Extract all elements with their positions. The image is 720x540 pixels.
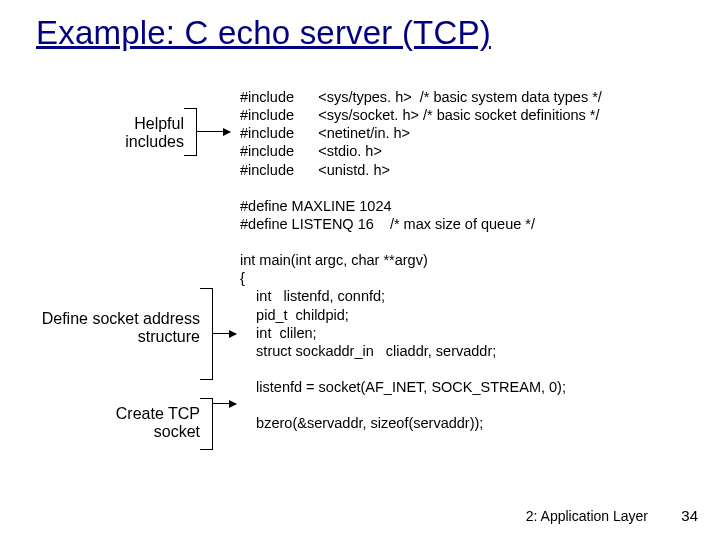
slide: Example: C echo server (TCP) Helpful inc… <box>0 0 720 540</box>
code-block: #include <sys/types. h> /* basic system … <box>240 88 602 432</box>
annotation-helpful-includes: Helpful includes <box>74 115 184 152</box>
footer-label: 2: Application Layer <box>526 508 648 524</box>
arrow-icon <box>212 403 236 404</box>
bracket-icon <box>184 108 197 156</box>
slide-title: Example: C echo server (TCP) <box>36 14 491 52</box>
annotation-define-socket: Define socket address structure <box>30 310 200 347</box>
page-number: 34 <box>681 507 698 524</box>
arrow-icon <box>196 131 230 132</box>
annotation-create-socket: Create TCP socket <box>88 405 200 442</box>
arrow-icon <box>212 333 236 334</box>
bracket-icon <box>200 288 213 380</box>
bracket-icon <box>200 398 213 450</box>
